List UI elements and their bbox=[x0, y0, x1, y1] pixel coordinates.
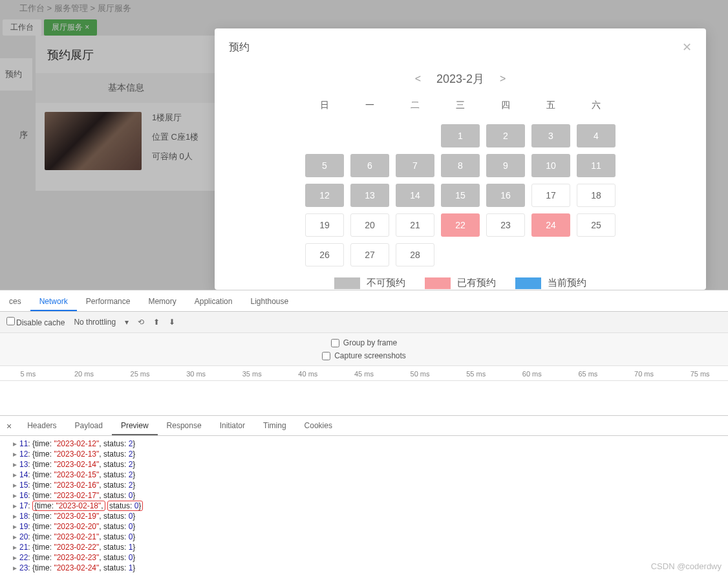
legend-current: 当前预约 bbox=[515, 277, 586, 289]
current-month: 2023-2月 bbox=[436, 71, 484, 87]
json-row[interactable]: ▸20: {time: "2023-02-21", status: 0} bbox=[13, 532, 728, 542]
calendar-day[interactable]: 21 bbox=[396, 213, 434, 237]
timeline-tick: 50 ms bbox=[392, 370, 448, 378]
calendar-day[interactable]: 9 bbox=[486, 154, 525, 177]
chevron-down-icon[interactable]: ▾ bbox=[125, 318, 129, 327]
calendar-day[interactable]: 22 bbox=[441, 213, 480, 237]
subtab-cookies[interactable]: Cookies bbox=[295, 417, 341, 435]
calendar-day[interactable]: 1 bbox=[441, 124, 480, 147]
swatch-pink bbox=[425, 277, 451, 289]
devtools-tab-ces[interactable]: ces bbox=[0, 293, 30, 311]
json-row[interactable]: ▸15: {time: "2023-02-16", status: 2} bbox=[13, 480, 728, 490]
json-row[interactable]: ▸21: {time: "2023-02-22", status: 1} bbox=[13, 542, 728, 552]
calendar-day[interactable]: 13 bbox=[350, 184, 389, 207]
calendar-day[interactable]: 16 bbox=[486, 184, 525, 207]
request-subtabs: ×HeadersPayloadPreviewResponseInitiatorT… bbox=[0, 416, 728, 436]
throttling-select[interactable]: No throttling bbox=[74, 318, 116, 327]
day-of-week: 一 bbox=[350, 96, 389, 118]
calendar-day[interactable]: 5 bbox=[305, 154, 344, 177]
devtools-tab-memory[interactable]: Memory bbox=[139, 293, 185, 311]
network-timeline[interactable]: 5 ms20 ms25 ms30 ms35 ms40 ms45 ms50 ms5… bbox=[0, 366, 728, 381]
disable-cache-checkbox[interactable]: Disable cache bbox=[6, 317, 65, 327]
wifi-icon[interactable]: ⟲ bbox=[138, 318, 144, 327]
subtab-timing[interactable]: Timing bbox=[254, 417, 295, 435]
calendar-day[interactable]: 14 bbox=[396, 184, 434, 207]
capture-screenshots-checkbox[interactable]: Capture screenshots bbox=[322, 351, 406, 360]
json-row[interactable]: ▸11: {time: "2023-02-12", status: 2} bbox=[13, 439, 728, 449]
calendar-day[interactable]: 25 bbox=[577, 213, 616, 237]
day-of-week: 六 bbox=[577, 96, 616, 118]
subtab-preview[interactable]: Preview bbox=[112, 417, 158, 435]
calendar-day[interactable]: 28 bbox=[396, 243, 434, 266]
devtools-toolbar: Disable cache No throttling ▾ ⟲ ⬆ ⬇ bbox=[0, 312, 728, 333]
next-month-icon[interactable]: > bbox=[500, 73, 506, 85]
timeline-tick: 5 ms bbox=[0, 370, 56, 378]
calendar-day[interactable]: 11 bbox=[577, 154, 616, 177]
preview-json[interactable]: ▸11: {time: "2023-02-12", status: 2}▸12:… bbox=[0, 436, 728, 575]
calendar-day[interactable]: 19 bbox=[305, 213, 344, 237]
timeline-tick: 65 ms bbox=[560, 370, 616, 378]
calendar-day[interactable]: 26 bbox=[305, 243, 344, 266]
group-by-frame-checkbox[interactable]: Group by frame bbox=[331, 338, 397, 347]
subtab-response[interactable]: Response bbox=[158, 417, 211, 435]
json-row[interactable]: ▸16: {time: "2023-02-17", status: 0} bbox=[13, 490, 728, 501]
calendar-day[interactable]: 2 bbox=[486, 124, 525, 147]
timeline-tick: 25 ms bbox=[112, 370, 168, 378]
download-icon[interactable]: ⬇ bbox=[169, 318, 175, 327]
json-row[interactable]: ▸12: {time: "2023-02-13", status: 2} bbox=[13, 449, 728, 459]
timeline-tick: 75 ms bbox=[672, 370, 728, 378]
subtab-payload[interactable]: Payload bbox=[66, 417, 112, 435]
calendar-day[interactable]: 10 bbox=[531, 154, 570, 177]
day-of-week: 四 bbox=[486, 96, 525, 118]
waterfall-area[interactable] bbox=[0, 381, 728, 416]
calendar-day[interactable]: 18 bbox=[577, 184, 616, 207]
devtools-options: Group by frame Capture screenshots bbox=[0, 333, 728, 366]
json-row[interactable]: ▸17: {time: "2023-02-18", status: 0} bbox=[13, 501, 728, 511]
timeline-tick: 55 ms bbox=[448, 370, 504, 378]
timeline-tick: 20 ms bbox=[56, 370, 112, 378]
calendar-day[interactable]: 6 bbox=[350, 154, 389, 177]
day-of-week: 五 bbox=[531, 96, 570, 118]
calendar-day[interactable]: 8 bbox=[441, 154, 480, 177]
json-row[interactable]: ▸23: {time: "2023-02-24", status: 1} bbox=[13, 563, 728, 573]
json-row[interactable]: ▸18: {time: "2023-02-19", status: 0} bbox=[13, 511, 728, 521]
devtools-tab-lighthouse[interactable]: Lighthouse bbox=[241, 293, 297, 311]
calendar-grid: 日一二三四五六123456789101112131415161718192021… bbox=[292, 96, 628, 266]
day-of-week: 日 bbox=[305, 96, 344, 118]
day-of-week: 三 bbox=[441, 96, 480, 118]
calendar-day[interactable]: 3 bbox=[531, 124, 570, 147]
timeline-tick: 40 ms bbox=[280, 370, 336, 378]
close-icon[interactable]: ✕ bbox=[682, 40, 692, 54]
calendar-legend: 不可预约 已有预约 当前预约 bbox=[292, 266, 628, 289]
modal-header: 预约 ✕ bbox=[215, 28, 706, 58]
calendar-day[interactable]: 23 bbox=[486, 213, 525, 237]
calendar-day[interactable]: 15 bbox=[441, 184, 480, 207]
day-of-week: 二 bbox=[396, 96, 434, 118]
timeline-tick: 45 ms bbox=[336, 370, 392, 378]
calendar-day[interactable]: 17 bbox=[531, 184, 570, 207]
prev-month-icon[interactable]: < bbox=[415, 73, 421, 85]
devtools-tab-network[interactable]: Network bbox=[30, 293, 77, 311]
subtab-initiator[interactable]: Initiator bbox=[211, 417, 254, 435]
calendar-day[interactable]: 7 bbox=[396, 154, 434, 177]
calendar-day[interactable]: 4 bbox=[577, 124, 616, 147]
upload-icon[interactable]: ⬆ bbox=[153, 318, 160, 327]
json-row[interactable]: ▸14: {time: "2023-02-15", status: 2} bbox=[13, 470, 728, 480]
calendar-day[interactable]: 20 bbox=[350, 213, 389, 237]
subtab-headers[interactable]: Headers bbox=[18, 417, 65, 435]
close-request-icon[interactable]: × bbox=[0, 417, 18, 435]
calendar-day[interactable]: 24 bbox=[531, 213, 570, 237]
devtools-tab-application[interactable]: Application bbox=[186, 293, 242, 311]
timeline-tick: 70 ms bbox=[616, 370, 672, 378]
swatch-gray bbox=[334, 277, 360, 289]
calendar-day[interactable]: 27 bbox=[350, 243, 389, 266]
devtools-panel: cesNetworkPerformanceMemoryApplicationLi… bbox=[0, 290, 728, 575]
calendar: < 2023-2月 > 日一二三四五六123456789101112131415… bbox=[215, 58, 706, 289]
devtools-tabs: cesNetworkPerformanceMemoryApplicationLi… bbox=[0, 290, 728, 312]
json-row[interactable]: ▸19: {time: "2023-02-20", status: 0} bbox=[13, 521, 728, 532]
json-row[interactable]: ▸13: {time: "2023-02-14", status: 2} bbox=[13, 459, 728, 470]
devtools-tab-performance[interactable]: Performance bbox=[77, 293, 140, 311]
calendar-day[interactable]: 12 bbox=[305, 184, 344, 207]
timeline-tick: 35 ms bbox=[224, 370, 280, 378]
json-row[interactable]: ▸22: {time: "2023-02-23", status: 0} bbox=[13, 552, 728, 563]
